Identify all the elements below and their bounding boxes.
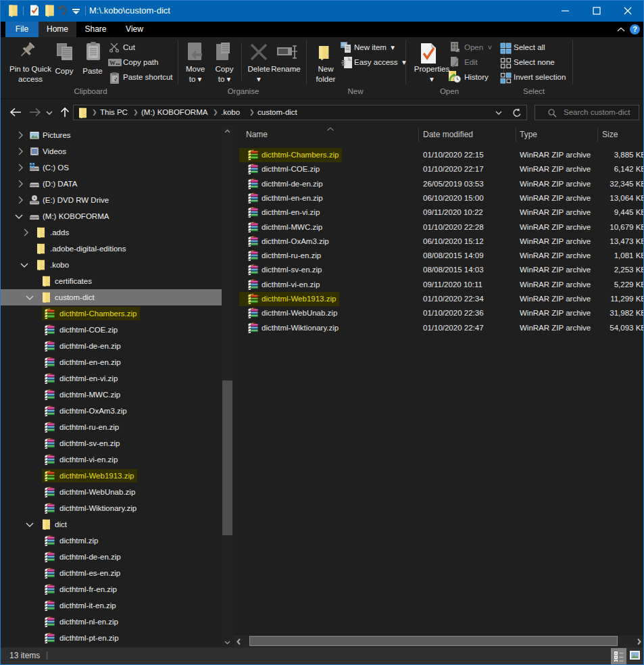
svg-text:W: W [109, 59, 116, 66]
